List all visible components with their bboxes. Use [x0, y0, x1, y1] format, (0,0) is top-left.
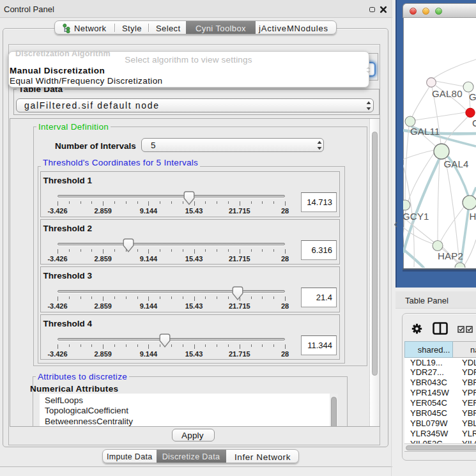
svg-text:C: C: [472, 118, 476, 128]
svg-text:GAL80: GAL80: [432, 88, 463, 99]
svg-text:GA: GA: [469, 91, 476, 102]
svg-text:GAL4: GAL4: [444, 158, 469, 169]
svg-text:HAP2: HAP2: [438, 250, 463, 261]
svg-text:GAL11: GAL11: [410, 126, 440, 137]
svg-text:GCY1: GCY1: [403, 211, 429, 222]
svg-text:H: H: [470, 211, 476, 222]
